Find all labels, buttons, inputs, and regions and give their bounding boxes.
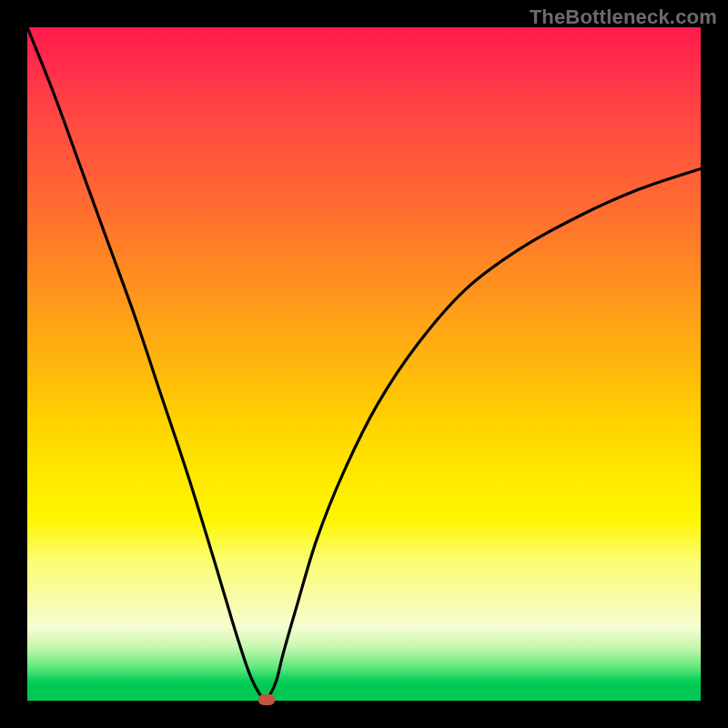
bottleneck-curve-svg	[27, 27, 701, 701]
curve-minimum-marker	[258, 694, 275, 705]
chart-frame	[27, 27, 701, 701]
bottleneck-curve-path	[27, 27, 701, 700]
watermark-label: TheBottleneck.com	[530, 5, 717, 29]
